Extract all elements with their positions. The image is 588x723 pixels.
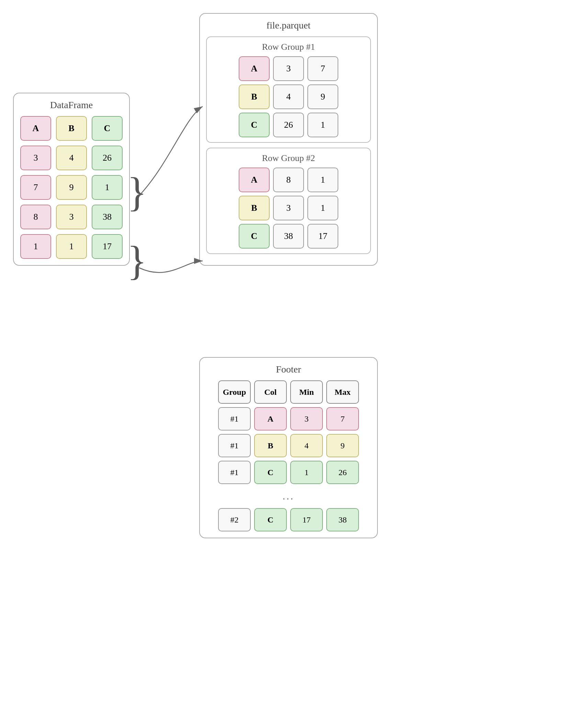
footer-cell: #1 <box>218 461 251 484</box>
df-cell: 26 <box>92 146 123 170</box>
df-cell: 38 <box>92 205 123 229</box>
rg-cell: 17 <box>307 224 338 249</box>
rg-cell: 9 <box>307 84 338 109</box>
footer-ellipsis: ... <box>218 487 359 505</box>
df-cell: 1 <box>92 175 123 200</box>
rg-cell: 1 <box>307 196 338 220</box>
df-cell: 3 <box>20 146 51 170</box>
footer-header-cell: Group <box>218 380 251 404</box>
footer-panel: Footer GroupColMinMax#1A37#1B49#1C126...… <box>199 357 378 538</box>
rg-cell: B <box>239 84 270 109</box>
df-cell: 3 <box>56 205 87 229</box>
footer-cell: 9 <box>326 434 359 457</box>
file-parquet-panel: file.parquet Row Group #1A37B49C261Row G… <box>199 13 378 266</box>
row-group-panel-1: Row Group #1A37B49C261 <box>206 36 371 143</box>
footer-title: Footer <box>206 364 371 375</box>
row-group-panel-2: Row Group #2A81B31C3817 <box>206 148 371 254</box>
rg-cell: 1 <box>307 113 338 137</box>
footer-cell: 26 <box>326 461 359 484</box>
footer-cell: #2 <box>218 508 251 531</box>
df-cell: 7 <box>20 175 51 200</box>
rg-cell: 3 <box>273 56 304 81</box>
rg-grid-2: A81B31C3817 <box>213 168 364 249</box>
df-cell: C <box>92 116 123 141</box>
footer-cell: 4 <box>290 434 323 457</box>
rg-cell: C <box>239 224 270 249</box>
df-cell: 1 <box>56 234 87 259</box>
brace-top: } <box>127 172 147 213</box>
footer-cell: B <box>254 434 287 457</box>
dataframe-title: DataFrame <box>20 100 123 111</box>
rg-cell: 8 <box>273 168 304 192</box>
file-parquet-title: file.parquet <box>206 20 371 31</box>
rg-cell: B <box>239 196 270 220</box>
df-cell: B <box>56 116 87 141</box>
footer-cell: #1 <box>218 434 251 457</box>
footer-header-cell: Max <box>326 380 359 404</box>
rg-cell: 4 <box>273 84 304 109</box>
footer-cell: 1 <box>290 461 323 484</box>
df-cell: 8 <box>20 205 51 229</box>
rg-cell: 26 <box>273 113 304 137</box>
df-cell: 9 <box>56 175 87 200</box>
row-group-title-2: Row Group #2 <box>213 153 364 163</box>
df-cell: 4 <box>56 146 87 170</box>
rg-cell: 3 <box>273 196 304 220</box>
df-cell: 17 <box>92 234 123 259</box>
footer-cell: 17 <box>290 508 323 531</box>
rg-cell: C <box>239 113 270 137</box>
rg-cell: A <box>239 168 270 192</box>
brace-bottom: } <box>127 240 147 282</box>
footer-header-cell: Col <box>254 380 287 404</box>
footer-cell: 3 <box>290 407 323 431</box>
footer-cell: A <box>254 407 287 431</box>
footer-cell: C <box>254 508 287 531</box>
rg-grid-1: A37B49C261 <box>213 56 364 137</box>
dataframe-panel: DataFrame ABC342679183381117 <box>13 93 130 266</box>
footer-header-cell: Min <box>290 380 323 404</box>
df-cell: 1 <box>20 234 51 259</box>
rg-cell: 7 <box>307 56 338 81</box>
df-cell: A <box>20 116 51 141</box>
rg-cell: 1 <box>307 168 338 192</box>
footer-cell: #1 <box>218 407 251 431</box>
footer-cell: 7 <box>326 407 359 431</box>
footer-cell: 38 <box>326 508 359 531</box>
row-group-title-1: Row Group #1 <box>213 42 364 52</box>
rg-cell: 38 <box>273 224 304 249</box>
rg-cell: A <box>239 56 270 81</box>
dataframe-grid: ABC342679183381117 <box>20 116 123 259</box>
footer-cell: C <box>254 461 287 484</box>
